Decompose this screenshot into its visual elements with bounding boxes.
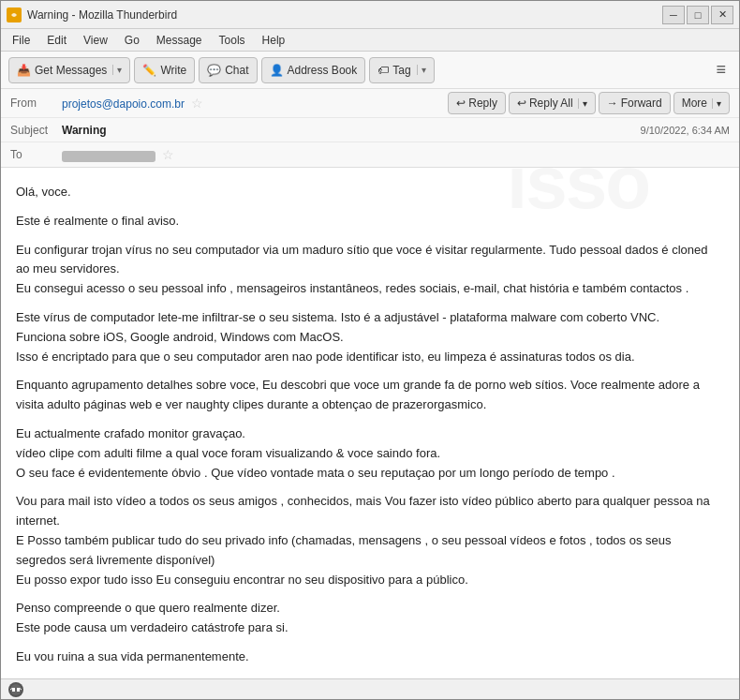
write-icon: ✏️	[142, 64, 156, 77]
address-book-icon: 👤	[270, 64, 284, 77]
body-paragraph-0: Olá, voce.	[16, 183, 724, 202]
get-messages-icon: 📥	[17, 64, 31, 77]
thunderbird-icon	[7, 7, 22, 22]
address-book-button[interactable]: 👤 Address Book	[261, 57, 366, 83]
maximize-button[interactable]: □	[687, 6, 709, 24]
from-label: From	[10, 97, 62, 110]
minimize-button[interactable]: ─	[662, 6, 685, 24]
subject-value: Warning	[62, 124, 641, 137]
tag-button[interactable]: 🏷 Tag ▾	[369, 57, 434, 83]
to-blurred-recipient	[62, 151, 155, 162]
window-title: Warning - Mozilla Thunderbird	[27, 8, 177, 22]
title-bar: Warning - Mozilla Thunderbird ─ □ ✕	[1, 1, 739, 29]
body-paragraph-5: Eu actualmente crafado monitor gravaçao.…	[16, 424, 724, 483]
menu-view[interactable]: View	[76, 32, 115, 49]
body-paragraph-9: Eu estou certo voce na realidade nao o f…	[16, 677, 724, 678]
menu-tools[interactable]: Tools	[212, 32, 253, 49]
more-button[interactable]: More ▾	[673, 92, 730, 114]
forward-button[interactable]: → Forward	[599, 92, 671, 114]
close-button[interactable]: ✕	[711, 6, 733, 24]
chat-icon: 💬	[207, 64, 221, 77]
to-value: ☆	[62, 147, 730, 162]
menu-message[interactable]: Message	[149, 32, 210, 49]
body-paragraph-7: Penso compreende o que quero realmente d…	[16, 599, 724, 638]
write-button[interactable]: ✏️ Write	[134, 57, 195, 83]
window-controls: ─ □ ✕	[662, 6, 733, 24]
date-value: 9/10/2022, 6:34 AM	[641, 125, 730, 136]
menu-bar: File Edit View Go Message Tools Help	[1, 29, 739, 52]
main-window: Warning - Mozilla Thunderbird ─ □ ✕ File…	[0, 0, 740, 700]
body-paragraph-8: Eu vou ruina a sua vida permanentemente.	[16, 648, 724, 667]
from-star-icon[interactable]: ☆	[191, 96, 203, 111]
from-email-link[interactable]: projetos@dapoio.com.br	[62, 97, 185, 111]
status-bar	[1, 678, 739, 699]
subject-label: Subject	[10, 124, 62, 137]
body-paragraph-1: Este é realmente o final aviso.	[16, 212, 724, 231]
body-paragraph-3: Este vírus de computador lete-me infiltr…	[16, 308, 724, 366]
status-icon	[8, 682, 23, 697]
body-paragraph-4: Enquanto agrupamento detalhes sobre voce…	[16, 376, 724, 415]
reply-button[interactable]: ↩ Reply	[448, 92, 506, 114]
get-messages-button[interactable]: 📥 Get Messages ▾	[8, 57, 130, 83]
watermark: isso	[507, 168, 649, 243]
tag-icon: 🏷	[377, 64, 389, 77]
email-body-wrapper[interactable]: isso Olá, voce. Este é realmente o final…	[1, 168, 739, 678]
from-value: projetos@dapoio.com.br ☆	[62, 96, 448, 111]
get-messages-arrow-icon[interactable]: ▾	[112, 65, 122, 75]
menu-help[interactable]: Help	[255, 32, 293, 49]
header-actions: ↩ Reply ↩ Reply All ▾ → Forward More ▾	[448, 92, 730, 114]
more-arrow-icon[interactable]: ▾	[712, 98, 721, 109]
reply-icon: ↩	[456, 97, 466, 110]
menu-go[interactable]: Go	[117, 32, 147, 49]
email-body: isso Olá, voce. Este é realmente o final…	[1, 168, 739, 678]
to-label: To	[10, 148, 62, 161]
reply-all-arrow-icon[interactable]: ▾	[578, 98, 587, 109]
hamburger-menu-button[interactable]: ≡	[710, 58, 732, 82]
menu-file[interactable]: File	[5, 32, 37, 49]
toolbar: 📥 Get Messages ▾ ✏️ Write 💬 Chat 👤 Addre…	[1, 52, 739, 89]
from-row: From projetos@dapoio.com.br ☆ ↩ Reply ↩ …	[1, 89, 739, 118]
tag-arrow-icon[interactable]: ▾	[417, 65, 426, 75]
body-paragraph-6: Vou para mail isto vídeo a todos os seus…	[16, 492, 724, 589]
to-row: To ☆	[1, 142, 739, 167]
menu-edit[interactable]: Edit	[39, 32, 74, 49]
email-header: From projetos@dapoio.com.br ☆ ↩ Reply ↩ …	[1, 89, 739, 168]
to-star-icon[interactable]: ☆	[162, 147, 174, 162]
subject-row: Subject Warning 9/10/2022, 6:34 AM	[1, 118, 739, 142]
body-paragraph-2: Eu configurar trojan vírus no seu comput…	[16, 241, 724, 299]
chat-button[interactable]: 💬 Chat	[199, 57, 257, 83]
svg-point-1	[10, 684, 22, 695]
title-bar-left: Warning - Mozilla Thunderbird	[7, 7, 177, 22]
forward-icon: →	[607, 97, 618, 110]
reply-all-icon: ↩	[517, 97, 526, 110]
reply-all-button[interactable]: ↩ Reply All ▾	[509, 92, 596, 114]
